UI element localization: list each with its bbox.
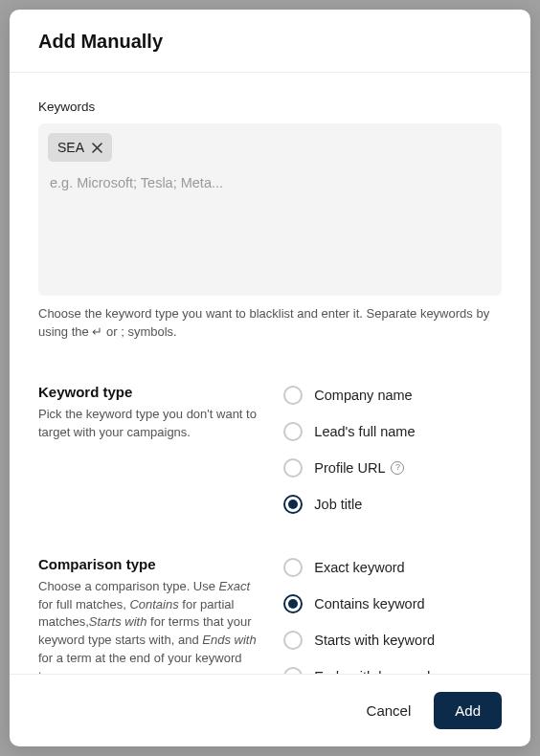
modal-body[interactable]: Keywords SEA Choose the keyword type you… [10, 73, 530, 674]
radio-label: Profile URL ? [314, 460, 404, 476]
modal-header: Add Manually [10, 10, 530, 73]
radio-icon [283, 594, 303, 613]
add-manually-modal: Add Manually Keywords SEA Choose the key… [10, 10, 530, 746]
radio-label: Company name [314, 388, 412, 403]
radio-icon [283, 422, 303, 441]
radio-label: Lead's full name [314, 424, 415, 439]
radio-exact-keyword[interactable]: Exact keyword [283, 558, 502, 577]
keywords-input[interactable] [48, 162, 492, 194]
modal-footer: Cancel Add [10, 674, 530, 746]
radio-icon [283, 386, 303, 405]
comparison-type-section: Comparison type Choose a comparison type… [38, 556, 502, 674]
radio-job-title[interactable]: Job title [283, 495, 502, 514]
radio-contains-keyword[interactable]: Contains keyword [283, 594, 502, 613]
comparison-type-desc: Choose a comparison type. Use Exact for … [38, 578, 260, 674]
info-icon[interactable]: ? [391, 461, 404, 475]
radio-company-name[interactable]: Company name [283, 386, 502, 405]
radio-profile-url[interactable]: Profile URL ? [283, 458, 502, 478]
modal-title: Add Manually [38, 31, 502, 53]
radio-icon [283, 631, 303, 650]
keyword-type-section: Keyword type Pick the keyword type you d… [38, 384, 502, 514]
cancel-button[interactable]: Cancel [367, 702, 412, 719]
radio-label: Starts with keyword [314, 633, 435, 648]
radio-icon [283, 558, 303, 577]
radio-starts-with-keyword[interactable]: Starts with keyword [283, 631, 502, 650]
radio-icon [283, 495, 303, 514]
keywords-help: Choose the keyword type you want to blac… [38, 305, 502, 342]
keyword-type-desc: Pick the keyword type you don't want to … [38, 406, 260, 442]
radio-label: Job title [314, 497, 362, 512]
keyword-chip-text: SEA [57, 140, 84, 155]
chip-remove-icon[interactable] [92, 141, 102, 155]
enter-symbol: ↵ [92, 324, 102, 339]
radio-label: Exact keyword [314, 560, 404, 575]
radio-label: Contains keyword [314, 596, 424, 611]
keyword-chip: SEA [48, 133, 112, 162]
radio-ends-with-keyword[interactable]: Ends with keyword [283, 667, 502, 674]
add-button[interactable]: Add [434, 692, 502, 729]
radio-icon [283, 458, 303, 478]
radio-lead-full-name[interactable]: Lead's full name [283, 422, 502, 441]
radio-icon [283, 667, 303, 674]
keywords-area[interactable]: SEA [38, 123, 502, 296]
keywords-label: Keywords [38, 100, 502, 114]
comparison-type-title: Comparison type [38, 556, 260, 572]
keyword-type-title: Keyword type [38, 384, 260, 400]
